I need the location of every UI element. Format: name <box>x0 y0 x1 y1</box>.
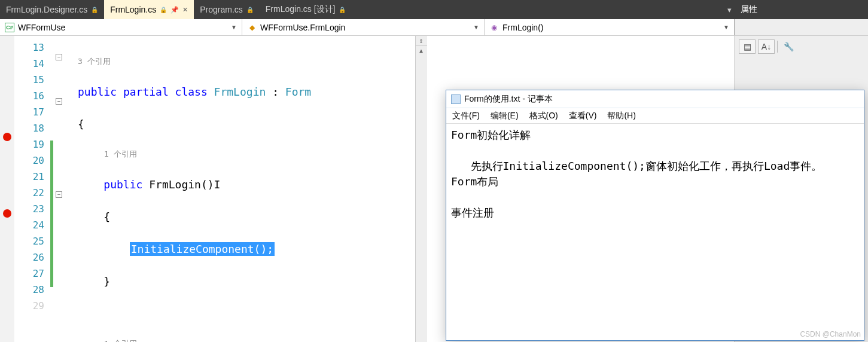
code-nav-bar: C# WFFormUse ▼ ◆ WFFormUse.FrmLogin ▼ ◉ … <box>0 19 868 36</box>
notepad-titlebar[interactable]: Form的使用.txt - 记事本 <box>446 90 864 108</box>
watermark-text: CSDN @ChanMon <box>800 330 861 338</box>
chevron-down-icon: ▼ <box>231 24 237 30</box>
notepad-window[interactable]: Form的使用.txt - 记事本 文件(F) 编辑(E) 格式(O) 查看(V… <box>446 90 864 341</box>
selected-text: InitializeComponent(); <box>130 242 275 256</box>
nav-member-text: FrmLogin() <box>502 23 543 32</box>
fold-toggle[interactable]: − <box>56 191 62 198</box>
class-icon: ◆ <box>247 23 257 32</box>
properties-nav-spacer <box>735 19 868 35</box>
categorized-button[interactable]: ▤ <box>739 39 756 54</box>
text-cursor-icon: 𝙸 <box>214 176 221 193</box>
codelens-refs[interactable]: 1 个引用 <box>78 338 415 342</box>
fold-toggle[interactable]: − <box>56 54 62 60</box>
pin-icon[interactable]: 📌 <box>170 6 179 14</box>
tab-label: Program.cs <box>200 5 243 14</box>
vertical-scrollbar[interactable]: ⇕ ▲ <box>415 36 427 342</box>
breakpoint-margin[interactable] <box>0 36 14 342</box>
change-mark <box>50 141 53 287</box>
lock-icon: 🔒 <box>91 7 98 13</box>
codelens-refs[interactable]: 1 个引用 <box>78 148 415 160</box>
scroll-up-icon[interactable]: ▲ <box>416 45 427 55</box>
lock-icon: 🔒 <box>339 7 346 13</box>
breakpoint-icon[interactable] <box>3 133 11 141</box>
notepad-menubar: 文件(F) 编辑(E) 格式(O) 查看(V) 帮助(H) <box>446 108 864 124</box>
wrench-icon[interactable]: 🔧 <box>780 39 797 54</box>
nav-class-text: WFFormUse.FrmLogin <box>260 23 345 32</box>
nav-class-dropdown[interactable]: ◆ WFFormUse.FrmLogin ▼ <box>242 19 485 35</box>
menu-format[interactable]: 格式(O) <box>529 111 558 121</box>
tab-overflow-button[interactable]: ▾ <box>724 0 735 19</box>
editor-tabbar: FrmLogin.Designer.cs 🔒 FrmLogin.cs 🔒 📌 ✕… <box>0 0 868 19</box>
properties-toolbar: ▤ A↓ 🔧 <box>735 36 868 57</box>
chevron-down-icon: ▼ <box>473 24 479 30</box>
close-icon[interactable]: ✕ <box>182 6 188 14</box>
breakpoint-icon[interactable] <box>3 209 11 218</box>
tab-frmlogin-active[interactable]: FrmLogin.cs 🔒 📌 ✕ <box>104 0 194 19</box>
notepad-text-area[interactable]: Form初始化详解 先执行InitializeComponent();窗体初始化… <box>446 124 864 224</box>
alphabetical-button[interactable]: A↓ <box>758 39 775 54</box>
tab-designer-view[interactable]: FrmLogin.cs [设计] 🔒 <box>260 0 352 19</box>
menu-view[interactable]: 查看(V) <box>569 111 597 121</box>
split-handle-icon[interactable]: ⇕ <box>416 36 427 45</box>
chevron-down-icon: ▼ <box>723 24 729 30</box>
tabbar-spacer <box>352 0 724 19</box>
notepad-icon <box>451 94 461 104</box>
properties-panel-title: 属性 <box>735 0 868 19</box>
notepad-title-text: Form的使用.txt - 记事本 <box>464 94 553 105</box>
csharp-icon: C# <box>5 23 14 32</box>
nav-member-dropdown[interactable]: ◉ FrmLogin() ▼ <box>485 19 735 35</box>
menu-file[interactable]: 文件(F) <box>452 111 480 121</box>
tab-label: FrmLogin.cs <box>110 5 156 14</box>
tab-designer[interactable]: FrmLogin.Designer.cs 🔒 <box>0 0 104 19</box>
tab-label: FrmLogin.Designer.cs <box>6 5 87 14</box>
fold-toggle[interactable]: − <box>56 98 62 105</box>
toolbar-separator <box>777 41 778 53</box>
code-area[interactable]: 3 个引用 public partial class FrmLogin : Fo… <box>66 36 415 342</box>
lock-icon: 🔒 <box>160 7 167 13</box>
tab-program[interactable]: Program.cs 🔒 <box>194 0 260 19</box>
menu-help[interactable]: 帮助(H) <box>607 111 635 121</box>
lock-icon: 🔒 <box>246 7 254 13</box>
tab-label: FrmLogin.cs [设计] <box>266 4 336 15</box>
nav-project-text: WFFormUse <box>18 23 65 32</box>
menu-edit[interactable]: 编辑(E) <box>491 111 519 121</box>
method-icon: ◉ <box>489 23 499 32</box>
line-number-gutter: 1314151617181920212223242526272829 <box>14 36 50 342</box>
fold-margin[interactable]: − − − <box>54 36 66 342</box>
nav-project-dropdown[interactable]: C# WFFormUse ▼ <box>0 19 242 35</box>
codelens-refs[interactable]: 3 个引用 <box>78 56 415 68</box>
